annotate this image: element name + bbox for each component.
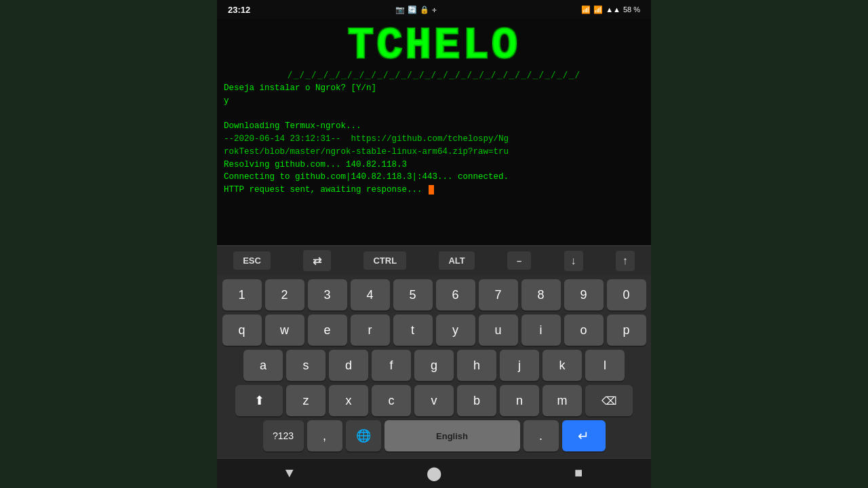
key-y[interactable]: y (436, 314, 475, 346)
terminal-line-2: y (224, 95, 644, 108)
comma-key[interactable]: , (307, 420, 342, 451)
key-l[interactable]: l (585, 350, 625, 381)
camera-icon: 📷 (395, 5, 405, 14)
wifi-icon: 📶 (593, 5, 603, 14)
key-8[interactable]: 8 (521, 279, 561, 310)
key-f[interactable]: f (372, 350, 411, 381)
key-w[interactable]: w (265, 314, 304, 346)
battery-text: 58 % (623, 5, 640, 14)
keyboard: 1 2 3 4 5 6 7 8 9 0 q w e r t y u i o p … (217, 275, 651, 458)
qwerty-row: q w e r t y u i o p (218, 314, 650, 346)
tab-key[interactable]: ⇄ (303, 250, 331, 271)
key-6[interactable]: 6 (436, 279, 475, 310)
network-icon: 📶 (581, 5, 591, 14)
terminal-line-6: rokTest/blob/master/ngrok-stable-linux-a… (224, 146, 644, 159)
recent-button[interactable]: ■ (565, 460, 592, 487)
key-z[interactable]: z (286, 385, 326, 416)
alt-key[interactable]: ALT (439, 251, 474, 270)
key-k[interactable]: k (542, 350, 582, 381)
key-g[interactable]: g (414, 350, 454, 381)
key-d[interactable]: d (329, 350, 368, 381)
bottom-row: ?123 , 🌐 English . ↵ (218, 420, 650, 451)
logo-underline: /_/_/_/_/_/_/_/_/_/_/_/_/_/_/_/_/_/_/_/_… (222, 69, 646, 79)
terminal-line-9: HTTP request sent, awaiting response... (224, 184, 644, 197)
key-3[interactable]: 3 (308, 279, 347, 310)
arrow-down-key[interactable]: ↓ (564, 251, 583, 271)
key-m[interactable]: m (542, 385, 582, 416)
key-h[interactable]: h (457, 350, 496, 381)
key-9[interactable]: 9 (564, 279, 604, 310)
key-s[interactable]: s (286, 350, 326, 381)
app-logo: TCHELO (348, 24, 520, 68)
ctrl-key[interactable]: CTRL (363, 251, 406, 270)
terminal-output: Deseja instalar o Ngrok? [Y/n] y Downloa… (217, 79, 651, 245)
terminal-line-4: Downloading Termux-ngrok... (224, 120, 644, 133)
sync-icon: 🔄 (408, 5, 417, 14)
phone-frame: 23:12 📷 🔄 🔒 ✛ 📶 📶 ▲▲ 58 % TCHELO /_/_/_/… (217, 0, 651, 488)
shift-key[interactable]: ⬆ (235, 385, 283, 416)
key-i[interactable]: i (521, 314, 561, 346)
key-v[interactable]: v (414, 385, 454, 416)
status-center-icons: 📷 🔄 🔒 ✛ (395, 5, 437, 14)
terminal-area: TCHELO /_/_/_/_/_/_/_/_/_/_/_/_/_/_/_/_/… (217, 19, 651, 245)
key-n[interactable]: n (500, 385, 539, 416)
enter-key[interactable]: ↵ (562, 420, 606, 451)
status-bar: 23:12 📷 🔄 🔒 ✛ 📶 📶 ▲▲ 58 % (217, 0, 651, 19)
key-r[interactable]: r (351, 314, 390, 346)
signal-icon: ▲▲ (606, 5, 620, 14)
home-button[interactable]: ⬤ (420, 460, 448, 487)
symbol-key[interactable]: ?123 (263, 420, 304, 451)
key-a[interactable]: a (243, 350, 283, 381)
terminal-line-7: Resolving github.com... 140.82.118.3 (224, 159, 644, 171)
dash-key[interactable]: – (507, 251, 531, 270)
zxcv-row: ⬆ z x c v b n m ⌫ (218, 385, 650, 416)
key-j[interactable]: j (500, 350, 539, 381)
key-e[interactable]: e (308, 314, 347, 346)
logo-area: TCHELO /_/_/_/_/_/_/_/_/_/_/_/_/_/_/_/_/… (217, 19, 651, 79)
key-1[interactable]: 1 (222, 279, 262, 310)
key-u[interactable]: u (479, 314, 518, 346)
asdf-row: a s d f g h j k l (218, 350, 650, 381)
nav-bar: ▼ ⬤ ■ (217, 458, 651, 488)
key-b[interactable]: b (457, 385, 496, 416)
terminal-line-3 (224, 108, 644, 121)
number-row: 1 2 3 4 5 6 7 8 9 0 (218, 279, 650, 310)
terminal-cursor (429, 185, 434, 195)
terminal-line-1: Deseja instalar o Ngrok? [Y/n] (224, 82, 644, 95)
key-0[interactable]: 0 (607, 279, 646, 310)
period-key[interactable]: . (524, 420, 559, 451)
space-key[interactable]: English (384, 420, 520, 451)
extra-keys-row: ESC ⇄ CTRL ALT – ↓ ↑ (217, 245, 651, 275)
esc-key[interactable]: ESC (233, 251, 271, 270)
key-p[interactable]: p (607, 314, 646, 346)
key-2[interactable]: 2 (265, 279, 304, 310)
back-button[interactable]: ▼ (276, 460, 303, 487)
terminal-line-5: --2020-06-14 23:12:31-- https://github.c… (224, 133, 644, 146)
key-x[interactable]: x (329, 385, 368, 416)
arrow-up-key[interactable]: ↑ (616, 251, 635, 271)
key-t[interactable]: t (393, 314, 433, 346)
crosshair-icon: ✛ (432, 5, 437, 14)
lock-icon: 🔒 (420, 5, 429, 14)
globe-key[interactable]: 🌐 (346, 420, 381, 451)
key-7[interactable]: 7 (479, 279, 518, 310)
backspace-key[interactable]: ⌫ (585, 385, 633, 416)
key-5[interactable]: 5 (393, 279, 433, 310)
terminal-line-8: Connecting to github.com|140.82.118.3|:4… (224, 171, 644, 184)
status-right-icons: 📶 📶 ▲▲ 58 % (581, 5, 640, 14)
key-c[interactable]: c (372, 385, 411, 416)
key-4[interactable]: 4 (351, 279, 390, 310)
key-o[interactable]: o (564, 314, 604, 346)
key-q[interactable]: q (222, 314, 262, 346)
status-time: 23:12 (228, 5, 250, 15)
